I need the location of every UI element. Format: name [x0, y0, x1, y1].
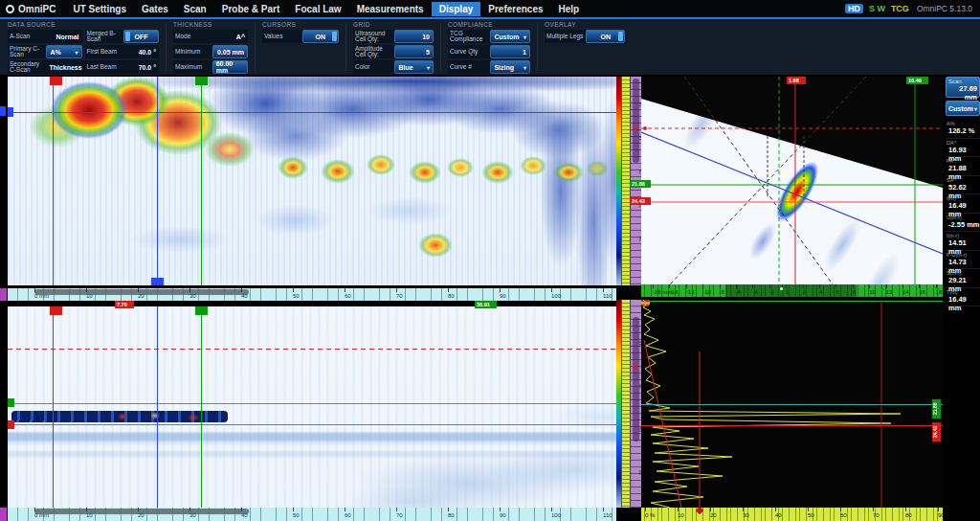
scan-ruler-bottom[interactable]: 0 mm102030405060708090100110 [8, 508, 616, 521]
u-ref-edge-handle[interactable] [8, 420, 14, 429]
reading-i-m: I(m)16.49 mm [946, 194, 980, 214]
u-meas-edge-handle[interactable] [8, 398, 14, 407]
scan-meas-cursor-handle[interactable] [195, 306, 208, 315]
ruler-tick-label: 50 [808, 512, 814, 518]
readings-list: A%126.2 %DA^16.93 mmPA^21.88 mmSA^52.62 … [946, 120, 980, 306]
section-title-cursors: CURSORS [262, 21, 339, 30]
field-dropdown-curve[interactable]: Sizing▾ [490, 60, 530, 74]
field-dropdown-color[interactable]: Blue▾ [394, 60, 434, 74]
field-toggle-values[interactable]: ON [302, 30, 339, 43]
u-ref-gate-line[interactable] [641, 425, 943, 426]
ultrasound-ruler-scrollbar[interactable] [633, 317, 639, 442]
menu-item-scan[interactable]: Scan [176, 2, 214, 16]
menu-item-measurements[interactable]: Measurements [349, 2, 432, 16]
field-curve-qty: Curve Qty1 [448, 45, 530, 58]
index-zero-dot [780, 287, 783, 290]
app-brand[interactable]: OmniPC [0, 4, 65, 14]
readings-preset-dropdown[interactable]: Custom ▾ [946, 101, 980, 116]
bscan-view[interactable] [8, 306, 616, 508]
u-meas-cursor-tag[interactable]: 21.88 [630, 180, 651, 188]
ruler-tick-label: 90 [500, 293, 506, 299]
field-label-secondary-c-scan: Secondary C-Scan [8, 60, 46, 74]
index-data-cursor-line[interactable] [8, 112, 616, 113]
reading-s-m-r: S(m-r)29.21 mm [946, 269, 980, 288]
u-meas-cursor-line[interactable] [8, 403, 616, 404]
section-divider [255, 23, 256, 71]
section-columns: ValuesON [262, 30, 339, 43]
menu-item-focal-law[interactable]: Focal Law [287, 2, 348, 16]
min-thickness-dashed-line [8, 349, 616, 350]
red-dot [643, 126, 647, 130]
version-label: OmniPC 5.13.0 [917, 4, 972, 13]
field-dropdown-tcg-compliance[interactable]: Custom▾ [490, 30, 530, 43]
scan-meas-cursor-handle[interactable] [195, 77, 208, 85]
scan-ref-cursor-handle[interactable] [50, 306, 62, 315]
amplitude-marker-diamond[interactable] [696, 508, 703, 514]
field-dropdown-primary-c-scan[interactable]: A%▾ [46, 45, 81, 58]
scan-position-value: 27.69 mm [948, 84, 977, 102]
u-ref-cursor-line[interactable] [8, 424, 616, 425]
field-input-ultrasound-cell-qty[interactable]: 10 [394, 30, 434, 43]
sscan-view[interactable]: 1.98 16.49 [641, 77, 943, 284]
index-meas-cursor-tag[interactable]: 16.49 [906, 77, 928, 84]
scan-ref-cursor-line[interactable] [53, 77, 54, 285]
scan-cursor-handle[interactable] [151, 278, 164, 285]
menu-items: UT SettingsGatesScanProbe & PartFocal La… [65, 2, 587, 16]
ruler-tick-label: 80 [905, 512, 912, 518]
scan-data-cursor-line[interactable] [157, 77, 158, 285]
u-meas-gate-line[interactable] [641, 404, 943, 405]
dropdown-value: Blue [398, 64, 412, 71]
ruler-tick-label: 40 [241, 512, 248, 518]
field-toggle-multiple-legs[interactable]: ON [586, 30, 625, 43]
scan-meas-cursor-line[interactable] [201, 77, 202, 285]
field-secondary-c-scan: Secondary C-ScanThickness [8, 60, 82, 74]
ruler-tick-label: 100 [551, 293, 561, 299]
chevron-down-icon: ▾ [523, 34, 526, 40]
u-ref-cursor-tag[interactable]: 24.43 [932, 422, 941, 442]
menu-item-gates[interactable]: Gates [134, 2, 176, 16]
u-ref-cursor-tag[interactable]: 24.43 [630, 197, 651, 205]
menu-item-display[interactable]: Display [432, 2, 481, 16]
cscan-view[interactable] [8, 77, 616, 285]
ascan-amplitude-ruler[interactable]: 0 %102030405060708090 [641, 508, 943, 521]
field-toggle-merged-b-scan[interactable]: OFF [123, 30, 159, 43]
u-meas-cursor-tag[interactable]: 21.88 [932, 399, 941, 419]
field-input-curve-qty[interactable]: 1 [490, 45, 530, 58]
ultrasound-ruler-scrollbar[interactable] [633, 79, 639, 163]
preset-value: Custom [948, 105, 973, 112]
field-input-minimum[interactable]: 0.05 mm [212, 45, 248, 58]
ribbon-section-data-source: DATA SOURCEA-ScanNormalPrimary C-ScanA%▾… [8, 19, 159, 75]
ruler-tick-label: 60 [345, 293, 351, 299]
ruler-tick-label: 30 [189, 293, 196, 299]
index-cursor-handle[interactable] [8, 107, 13, 117]
ruler-tick-label: 0 mm [34, 293, 49, 299]
status-badges: HDS WTCG [845, 4, 909, 13]
scan-ruler-top[interactable]: 0 mm102030405060708090100110 [8, 288, 616, 301]
reading-u-m-r: U(m-r)-2.55 mm [946, 214, 980, 233]
dropdown-value: Custom [494, 34, 519, 40]
ascan-view[interactable]: 21.88 24.43 [641, 300, 943, 508]
menu-right: HDS WTCG OmniPC 5.13.0 [845, 4, 980, 13]
menu-item-help[interactable]: Help [551, 2, 588, 16]
menu-item-preferences[interactable]: Preferences [480, 2, 550, 16]
scan-meas-cursor-tag[interactable]: 36.91 [475, 301, 497, 308]
scan-ref-cursor-handle[interactable] [50, 77, 62, 85]
scan-ref-cursor-line[interactable] [53, 306, 54, 508]
field-input-amplitude-cell-qty[interactable]: 5 [394, 45, 434, 58]
scan-ref-cursor-tag[interactable]: 7.70 [115, 301, 134, 308]
field-input-maximum[interactable]: 60.00 mm [212, 60, 248, 74]
ruler-tick-label: -14 [669, 289, 678, 295]
reading-value: 16.49 mm [947, 295, 980, 312]
sscan-index-ruler[interactable]: -16 mm-14-12-10-8-6-4-2024681012141618 [641, 284, 943, 297]
field-multiple-legs: Multiple LegsON [545, 30, 625, 43]
ruler-tick-label: 70 [873, 512, 880, 518]
scan-data-cursor-line[interactable] [157, 306, 158, 508]
menu-item-probe-part[interactable]: Probe & Part [214, 2, 288, 16]
menu-item-ut-settings[interactable]: UT Settings [65, 2, 134, 16]
blue-cursor-edge-marker[interactable] [0, 106, 6, 116]
field-label-curve: Curve # [448, 60, 490, 74]
scan-meas-cursor-line[interactable] [201, 306, 202, 508]
index-ref-cursor-tag[interactable]: 1.98 [787, 77, 806, 84]
scan-position-box[interactable]: Scan 27.69 mm [946, 77, 980, 98]
section-columns: Ultrasound Cell Qty:10Amplitude Cell Qty… [353, 30, 434, 74]
